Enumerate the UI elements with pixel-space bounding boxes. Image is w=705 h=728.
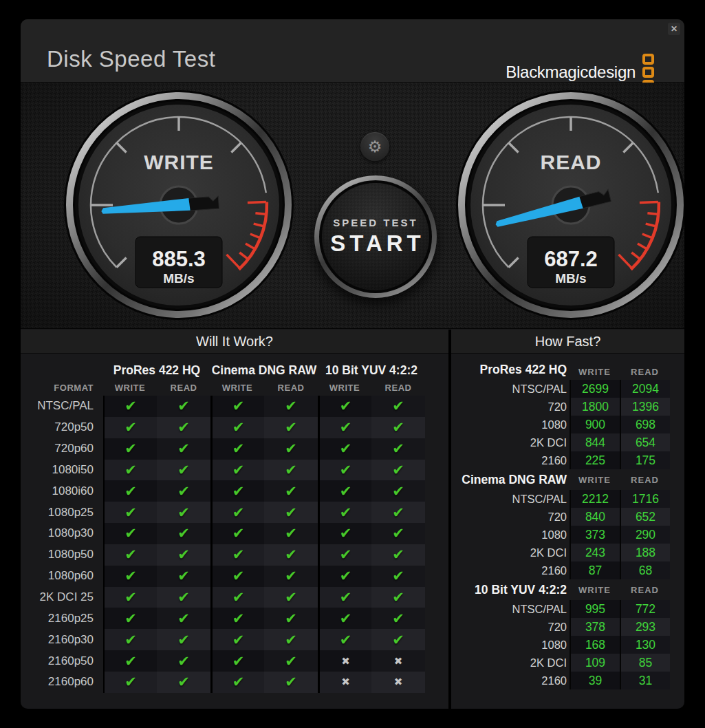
check-cell: ✔ [103,566,157,587]
check-cell: ✔ [318,566,371,587]
check-cell: ✔ [371,544,425,566]
check-icon: ✔ [177,653,190,670]
check-icon: ✔ [392,462,404,478]
check-icon: ✔ [232,398,245,414]
format-label: NTSC/PAL [451,600,570,618]
check-icon: ✔ [177,632,190,648]
check-icon: ✔ [124,419,137,436]
check-icon: ✔ [285,483,297,500]
x-icon: ✖ [341,655,350,667]
check-icon: ✔ [285,525,297,542]
format-label: 1080 [451,526,570,544]
write-speed-cell: 373 [570,526,620,544]
read-column-header: READ [620,367,670,377]
codec-name: Cinema DNG RAW [451,473,570,487]
close-icon: ✕ [671,24,677,34]
write-speed-cell: 225 [570,451,620,469]
x-icon: ✖ [394,655,403,667]
check-cell: ✔ [264,672,318,693]
check-cell: ✔ [371,480,425,502]
check-cell: ✔ [210,417,264,438]
check-icon: ✔ [340,419,352,436]
will-it-work-rows: NTSC/PAL✔✔✔✔✔✔720p50✔✔✔✔✔✔720p60✔✔✔✔✔✔10… [21,396,448,693]
read-column-header: READ [371,383,425,393]
check-cell: ✔ [371,460,425,481]
check-cell: ✔ [318,523,371,544]
settings-button[interactable]: ⚙ [360,132,389,161]
check-cell: ✔ [264,480,318,502]
check-icon: ✔ [232,462,245,478]
check-cell: ✔ [264,396,318,417]
check-cell: ✔ [318,587,371,608]
check-cell: ✔ [210,480,264,502]
format-label: 2K DCI [451,433,570,451]
format-label: 720 [451,398,570,416]
check-icon: ✔ [232,525,245,542]
format-label: 720p60 [21,438,103,460]
check-icon: ✔ [177,504,190,521]
format-label: 2160p60 [21,672,103,693]
how-fast-row: 2K DCI243188 [451,544,684,561]
check-cell: ✔ [103,502,157,523]
check-icon: ✔ [340,398,352,414]
check-cell: ✔ [103,672,157,693]
check-cell: ✔ [210,502,264,523]
check-cell: ✔ [157,396,210,417]
how-fast-title: How Fast? [451,330,684,354]
codec-name: 10 Bit YUV 4:2:2 [318,363,425,378]
codec-name: Cinema DNG RAW [210,363,318,378]
check-icon: ✔ [124,674,137,690]
check-icon: ✔ [340,483,352,500]
how-fast-row: NTSC/PAL995772 [451,600,684,618]
check-cell: ✔ [210,650,264,672]
read-speed-cell: 2094 [620,380,670,398]
gauge-label: WRITE [144,151,214,173]
check-cell: ✖ [371,672,425,693]
brand-logo-text: Blackmagicdesign [506,63,636,82]
write-column-header: WRITE [210,383,264,393]
read-speed-cell: 31 [620,672,670,689]
check-cell: ✔ [318,629,371,650]
check-cell: ✔ [264,502,318,523]
check-cell: ✔ [318,438,371,460]
check-icon: ✔ [232,440,245,457]
format-label: 720 [451,508,570,526]
how-fast-panel: How Fast? ProRes 422 HQWRITEREADNTSC/PAL… [451,330,684,709]
check-cell: ✔ [210,672,264,693]
gauge-unit: MB/s [163,271,194,286]
read-column-header: READ [264,383,318,393]
how-fast-row: NTSC/PAL26992094 [451,380,684,398]
write-speed-cell: 844 [570,433,620,451]
check-cell: ✔ [371,502,425,523]
check-cell: ✔ [264,650,318,672]
start-button-label: START [326,231,425,257]
check-cell: ✔ [103,438,157,460]
write-column-header: WRITE [570,475,620,485]
read-column-header: READ [620,585,670,595]
how-fast-row: 720378293 [451,618,684,636]
check-icon: ✔ [285,419,297,436]
read-speed-cell: 130 [620,636,670,654]
check-icon: ✔ [392,546,404,563]
start-button[interactable]: SPEED TEST START [314,175,437,298]
will-it-work-panel: Will It Work? ProRes 422 HQ Cinema DNG R… [21,330,448,709]
check-icon: ✔ [177,589,190,606]
check-cell: ✔ [371,608,425,629]
check-cell: ✔ [210,608,264,629]
check-cell: ✔ [264,629,318,650]
check-icon: ✔ [232,419,245,436]
read-speed-cell: 68 [620,561,670,579]
format-label: 2K DCI [451,544,570,561]
how-fast-row: 1080168130 [451,636,684,654]
write-speed-cell: 378 [570,618,620,636]
check-icon: ✔ [285,610,297,627]
check-cell: ✖ [318,672,371,693]
close-button[interactable]: ✕ [668,23,680,35]
check-cell: ✔ [318,502,371,523]
check-icon: ✔ [285,546,297,563]
check-cell: ✔ [210,544,264,566]
how-fast-row: 2K DCI844654 [451,433,684,451]
read-speed-cell: 293 [620,618,670,636]
check-cell: ✔ [318,396,371,417]
check-icon: ✔ [232,674,245,690]
